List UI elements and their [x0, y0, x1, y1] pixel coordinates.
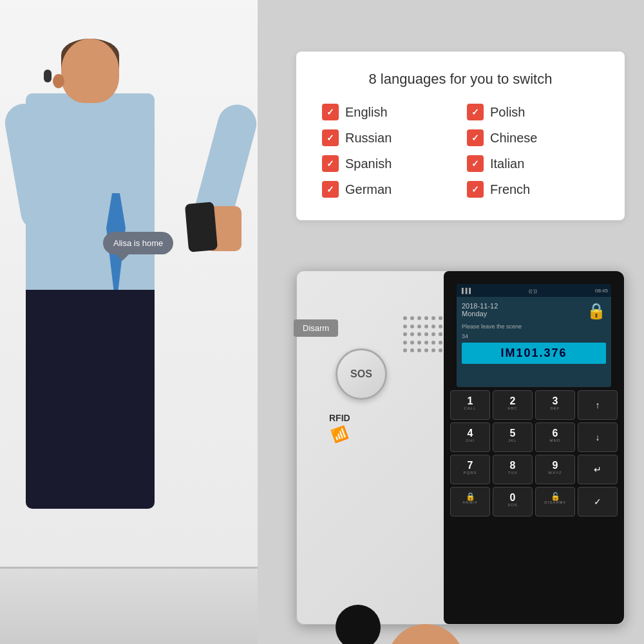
disarm-badge: Disarm	[294, 319, 338, 337]
wifi-icon: ((·))	[529, 288, 537, 294]
key-arm[interactable]: 🔒ARM/#	[450, 487, 490, 516]
key-disarm[interactable]: 🔓DISARM#	[535, 487, 575, 516]
language-label-russian: Russian	[345, 131, 392, 146]
key-up[interactable]: ↑	[578, 390, 618, 420]
language-card-title: 8 languages for you to switch	[322, 71, 599, 88]
language-item-french: ✓ French	[467, 181, 599, 198]
speaker-grille: // render dots via JS after load	[403, 316, 442, 355]
key-4[interactable]: 4GHI	[450, 422, 490, 452]
key-2[interactable]: 2ABC	[493, 390, 533, 420]
language-item-spanish: ✓ Spanish	[322, 155, 454, 172]
table	[0, 567, 258, 644]
language-item-english: ✓ English	[322, 104, 454, 120]
key-down[interactable]: ↓	[578, 422, 618, 452]
check-icon-english: ✓	[322, 104, 339, 120]
shirt	[26, 93, 155, 299]
lcd-date: 2018-11-12	[462, 302, 498, 310]
rfid-fob-container	[336, 605, 381, 644]
key-8[interactable]: 8TUV	[493, 455, 533, 484]
rfid-fob	[336, 605, 381, 644]
hand-holding-fob	[387, 624, 464, 644]
key-back[interactable]: ↵	[578, 455, 618, 484]
sos-button[interactable]: SOS	[336, 348, 387, 400]
rfid-area: RFID 📶	[329, 413, 350, 442]
language-item-chinese: ✓ Chinese	[467, 129, 599, 146]
key-1[interactable]: 1CALL	[450, 390, 490, 420]
phone-icon	[185, 202, 218, 252]
language-label-english: English	[345, 105, 388, 120]
check-icon-polish: ✓	[467, 104, 484, 120]
check-icon-german: ✓	[322, 181, 339, 198]
ear	[53, 74, 64, 88]
key-7[interactable]: 7PQRS	[450, 455, 490, 484]
rfid-waves-icon: 📶	[329, 424, 350, 444]
language-card: 8 languages for you to switch ✓ English …	[296, 52, 625, 220]
language-label-italian: Italian	[490, 156, 524, 171]
key-3[interactable]: 3DEF	[535, 390, 575, 420]
head	[61, 39, 119, 103]
language-item-polish: ✓ Polish	[467, 104, 599, 120]
key-6[interactable]: 6MNO	[535, 422, 575, 452]
right-panel: 8 languages for you to switch ✓ English …	[258, 0, 644, 644]
speech-bubble: Alisa is home	[103, 232, 173, 254]
lcd-screen: ▐▐▐ ((·)) 08:45 2018-11-12 Monday 🔒 Ple	[457, 284, 611, 387]
language-item-italian: ✓ Italian	[467, 155, 599, 172]
check-icon-french: ✓	[467, 181, 484, 198]
screen-panel: ▐▐▐ ((·)) 08:45 2018-11-12 Monday 🔒 Ple	[444, 271, 624, 624]
bluetooth-headset-icon	[44, 70, 52, 82]
language-item-russian: ✓ Russian	[322, 129, 454, 146]
language-item-german: ✓ German	[322, 181, 454, 198]
language-label-german: German	[345, 182, 392, 197]
lcd-status-text: Please leave the scene	[462, 323, 606, 330]
lcd-counter: 34	[462, 333, 606, 339]
lcd-number-display: IM101.376	[462, 343, 606, 364]
time-display: 08:45	[595, 288, 608, 294]
check-icon-spanish: ✓	[322, 155, 339, 172]
language-label-french: French	[490, 182, 530, 197]
rfid-label: RFID	[329, 413, 350, 423]
language-grid: ✓ English ✓ Polish ✓ Russian ✓ Chinese ✓…	[322, 104, 599, 198]
language-label-spanish: Spanish	[345, 156, 392, 171]
key-9[interactable]: 9WXYZ	[535, 455, 575, 484]
alarm-panel-container: Disarm // render dots via JS after load …	[296, 270, 625, 625]
key-0[interactable]: 0SOS	[493, 487, 533, 516]
pants	[26, 290, 155, 509]
check-icon-russian: ✓	[322, 129, 339, 146]
lock-icon: 🔒	[587, 302, 606, 320]
language-label-polish: Polish	[490, 105, 525, 120]
language-label-chinese: Chinese	[490, 131, 537, 146]
lcd-status-bar: ▐▐▐ ((·)) 08:45	[457, 284, 611, 297]
person-background: Alisa is home	[0, 0, 258, 644]
lcd-content: 2018-11-12 Monday 🔒 Please leave the sce…	[457, 297, 611, 369]
keypad: 1CALL 2ABC 3DEF ↑ 4GHI 5JKL 6MNO ↓ 7PQRS…	[450, 390, 618, 516]
check-icon-italian: ✓	[467, 155, 484, 172]
check-icon-chinese: ✓	[467, 129, 484, 146]
key-confirm[interactable]: ✓	[578, 487, 618, 516]
left-panel: Alisa is home	[0, 0, 258, 644]
key-5[interactable]: 5JKL	[493, 422, 533, 452]
signal-icon: ▐▐▐	[460, 288, 471, 294]
alarm-panel: Disarm // render dots via JS after load …	[296, 270, 625, 625]
lcd-day: Monday	[462, 310, 498, 317]
